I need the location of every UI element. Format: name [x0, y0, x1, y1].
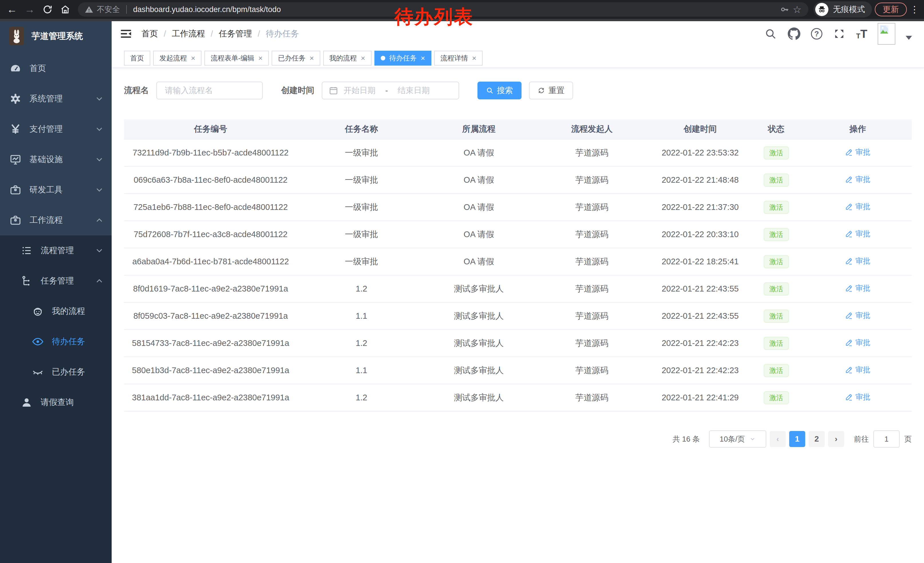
- help-icon[interactable]: ?: [811, 28, 822, 39]
- security-label[interactable]: 不安全: [97, 4, 120, 15]
- sidebar-item-home[interactable]: 首页: [0, 53, 112, 84]
- monitor-icon: [9, 153, 21, 165]
- approve-link[interactable]: 审批: [845, 365, 870, 375]
- close-icon[interactable]: ×: [258, 54, 262, 62]
- col-task-id: 任务编号: [124, 123, 297, 135]
- chevron-down-icon: [749, 436, 756, 442]
- tab-my-process[interactable]: 我的流程×: [323, 51, 372, 66]
- search-icon[interactable]: [764, 27, 777, 41]
- close-icon[interactable]: ×: [361, 54, 365, 62]
- table-row: a6aba0a4-7b6d-11ec-b781-acde48001122 一级审…: [124, 248, 912, 275]
- approve-link[interactable]: 审批: [845, 201, 870, 212]
- sidebar-item-payment[interactable]: 支付管理: [0, 114, 112, 144]
- tab-label: 我的流程: [330, 54, 357, 63]
- approve-link[interactable]: 审批: [845, 392, 870, 402]
- table-row: 73211d9d-7b9b-11ec-b5b7-acde48001122 一级审…: [124, 140, 912, 167]
- sidebar-item-label: 基础设施: [30, 154, 94, 165]
- approve-link[interactable]: 审批: [845, 147, 870, 157]
- tab-todo-tasks[interactable]: 待办任务×: [374, 51, 431, 66]
- cell-task-id: 75d72608-7b7f-11ec-a3c8-acde48001122: [124, 230, 297, 239]
- bookmark-star-icon[interactable]: ☆: [793, 4, 801, 15]
- calendar-icon: [328, 86, 338, 95]
- end-date-placeholder[interactable]: 结束日期: [398, 85, 430, 96]
- fullscreen-icon[interactable]: [833, 27, 846, 41]
- tab-process-detail[interactable]: 流程详情×: [434, 51, 483, 66]
- cell-created: 2022-01-22 21:48:48: [652, 175, 748, 185]
- date-range-picker[interactable]: 开始日期 - 结束日期: [322, 82, 459, 99]
- edit-icon: [845, 339, 853, 347]
- sidebar-item-done-tasks[interactable]: 已办任务: [0, 357, 112, 387]
- breadcrumb-workflow[interactable]: 工作流程: [172, 28, 205, 39]
- tab-home[interactable]: 首页: [124, 51, 150, 66]
- cell-task-name: 一级审批: [297, 201, 426, 213]
- github-icon[interactable]: [788, 27, 801, 41]
- prev-page-button[interactable]: ‹: [770, 431, 786, 447]
- sidebar-collapse-icon[interactable]: [119, 27, 133, 41]
- tab-label: 待办任务: [389, 54, 417, 63]
- tree-icon: [21, 275, 33, 287]
- cell-created: 2022-01-21 22:42:23: [652, 366, 748, 375]
- avatar-caret-icon[interactable]: [906, 36, 912, 40]
- start-date-placeholder[interactable]: 开始日期: [344, 85, 375, 96]
- reload-icon[interactable]: [40, 2, 55, 17]
- forward-icon[interactable]: →: [22, 2, 37, 17]
- cell-created: 2022-01-22 20:33:10: [652, 230, 748, 239]
- page-button-1[interactable]: 1: [789, 431, 805, 447]
- sidebar-item-system[interactable]: 系统管理: [0, 84, 112, 114]
- close-icon[interactable]: ×: [472, 54, 476, 62]
- tags-view-bar: 首页 发起流程× 流程表单-编辑× 已办任务× 我的流程× 待办任务× 流程详情…: [112, 49, 924, 68]
- chevron-down-icon: [94, 155, 104, 164]
- page-size-select[interactable]: 10条/页: [709, 431, 766, 447]
- cell-task-id: 73211d9d-7b9b-11ec-b5b7-acde48001122: [124, 148, 297, 158]
- tab-done-tasks[interactable]: 已办任务×: [272, 51, 320, 66]
- sidebar-item-label: 流程管理: [40, 245, 94, 256]
- browser-update-button[interactable]: 更新: [875, 3, 907, 17]
- close-icon[interactable]: ×: [421, 54, 425, 62]
- goto-page-input[interactable]: [873, 431, 900, 447]
- breadcrumb-task-management[interactable]: 任务管理: [219, 28, 252, 39]
- sidebar-item-devtools[interactable]: 研发工具: [0, 175, 112, 205]
- browser-menu-icon[interactable]: ⋮: [910, 4, 920, 15]
- cell-starter: 芋道源码: [532, 392, 652, 404]
- font-size-icon[interactable]: TT: [856, 28, 867, 39]
- tab-process-form-edit[interactable]: 流程表单-编辑×: [204, 51, 269, 66]
- app-logo-image: [9, 27, 24, 45]
- sidebar-item-leave-query[interactable]: 请假查询: [0, 387, 112, 417]
- app-title: 芋道管理系统: [32, 30, 83, 42]
- edit-icon: [845, 393, 853, 401]
- reset-button[interactable]: 重置: [529, 82, 573, 99]
- tab-start-process[interactable]: 发起流程×: [153, 51, 201, 66]
- breadcrumb-home[interactable]: 首页: [141, 28, 158, 39]
- sidebar-item-label: 支付管理: [30, 123, 94, 135]
- incognito-badge: 无痕模式: [813, 2, 872, 18]
- close-icon[interactable]: ×: [191, 54, 195, 62]
- approve-link[interactable]: 审批: [845, 229, 870, 239]
- sidebar-item-todo-tasks[interactable]: 待办任务: [0, 326, 112, 357]
- process-name-input[interactable]: [156, 82, 263, 99]
- sidebar-item-process-management[interactable]: 流程管理: [0, 236, 112, 266]
- cell-task-name: 1.2: [297, 338, 426, 348]
- back-icon[interactable]: ←: [4, 2, 20, 17]
- password-key-icon[interactable]: [780, 5, 789, 14]
- approve-link[interactable]: 审批: [845, 311, 870, 320]
- chevron-down-icon: [94, 246, 104, 255]
- avatar[interactable]: [878, 23, 896, 45]
- search-button[interactable]: 搜索: [477, 82, 522, 99]
- sidebar-item-label: 首页: [30, 63, 104, 74]
- approve-link[interactable]: 审批: [845, 174, 870, 185]
- sidebar-item-infrastructure[interactable]: 基础设施: [0, 144, 112, 175]
- page-button-2[interactable]: 2: [808, 431, 825, 447]
- approve-link[interactable]: 审批: [845, 338, 870, 348]
- next-page-button[interactable]: ›: [828, 431, 844, 447]
- cell-task-name: 一级审批: [297, 229, 426, 240]
- close-icon[interactable]: ×: [309, 54, 314, 62]
- status-badge: 激活: [764, 309, 789, 323]
- approve-link[interactable]: 审批: [845, 283, 870, 293]
- breadcrumb-separator: /: [258, 29, 260, 39]
- sidebar-item-task-management[interactable]: 任务管理: [0, 266, 112, 296]
- cell-task-id: 8f0d1619-7ac8-11ec-a9e2-a2380e71991a: [124, 284, 297, 294]
- sidebar-item-workflow[interactable]: 工作流程: [0, 205, 112, 236]
- sidebar-item-my-process[interactable]: 我的流程: [0, 296, 112, 326]
- approve-link[interactable]: 审批: [845, 256, 870, 266]
- home-icon[interactable]: [58, 2, 73, 17]
